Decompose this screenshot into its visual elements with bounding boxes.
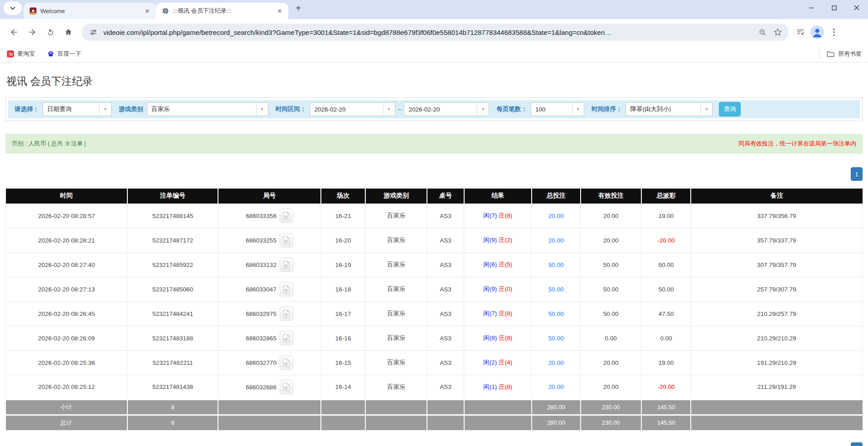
player-result: 闲(7) [483, 212, 497, 219]
cell-payout: -20.00 [641, 228, 691, 252]
column-header: 总投注 [532, 189, 581, 204]
bet-records-table: 时间注单编号局号场次游戏类别桌号结果总投注有效投注总派彩备注 2026-02-2… [5, 189, 863, 430]
cell-payout: 50.00 [641, 277, 691, 301]
cell-session: 16-14 [321, 375, 365, 399]
cell-total-bet: 50.00 [532, 301, 581, 326]
cell-remark: 210.29/210.29 [691, 326, 862, 350]
chevron-down-icon[interactable]: ▾ [700, 103, 712, 116]
bookmark-baidu[interactable]: 百度一下 [47, 50, 81, 58]
table-row: 2026-02-20 08:28:21 523217487172 6860332… [6, 228, 863, 252]
filter-selected-value: 2026-02-20 [404, 103, 477, 116]
filter-select[interactable]: 2026-02-20 ▾ [404, 102, 489, 116]
filter-select[interactable]: 百家乐 ▾ [147, 102, 268, 116]
filter-group: ~ 2026-02-20 ▾ [395, 102, 490, 116]
url-bar[interactable]: videoie.com/ipl/portal.php/game/betrecor… [82, 24, 789, 41]
video-replay-button[interactable] [280, 282, 293, 296]
video-replay-button[interactable] [280, 208, 293, 223]
reload-button[interactable] [43, 24, 58, 40]
cell-round-number: 686033255 [218, 228, 321, 252]
filter-select[interactable]: 2026-02-20 ▾ [310, 102, 395, 116]
home-button[interactable] [61, 24, 76, 40]
video-replay-button[interactable] [280, 233, 293, 247]
url-text[interactable]: videoie.com/ipl/portal.php/game/betrecor… [103, 29, 752, 36]
chevron-down-icon[interactable]: ▾ [256, 103, 268, 116]
cell-session: 16-20 [321, 228, 365, 252]
cell-table-number: AS3 [427, 252, 464, 277]
bookmark-star-icon[interactable] [772, 27, 783, 38]
tab-betrecord[interactable]: :::视讯 会员下注纪录::: ✕ [156, 3, 288, 19]
reload-icon [46, 28, 55, 37]
column-header: 总派彩 [641, 189, 691, 204]
cell-total-bet: 50.00 [532, 252, 581, 277]
cell-valid-bet: 50.00 [581, 301, 641, 326]
bookmarks-bar: 淘 爱淘宝 百度一下 所有书签 [0, 45, 868, 63]
total-bet-link[interactable]: 50.00 [548, 262, 564, 268]
cell-table-number: AS3 [427, 228, 464, 252]
bookmark-aitaobao[interactable]: 淘 爱淘宝 [6, 50, 35, 58]
chevron-down-icon[interactable]: ▾ [99, 103, 111, 116]
cell-time: 2026-02-20 08:27:13 [6, 277, 127, 301]
player-result: 闲(9) [483, 286, 497, 292]
site-settings-icon[interactable] [88, 27, 99, 38]
pagination-bottom-page-1[interactable]: 1 [851, 442, 863, 446]
search-button[interactable]: 查询 [719, 102, 741, 116]
video-replay-button[interactable] [280, 380, 293, 394]
footer-payout: 145.50 [641, 415, 691, 430]
total-bet-link[interactable]: 20.00 [548, 237, 564, 244]
cell-round-number: 686033047 [218, 277, 321, 301]
total-bet-link[interactable]: 50.00 [548, 310, 564, 317]
filter-select[interactable]: 日期查询 ▾ [43, 102, 112, 116]
filter-panel: 请选择： 日期查询 ▾ 游戏类别 百家乐 ▾ 时间区间： 2026-02-20 … [5, 97, 863, 121]
profile-avatar[interactable] [810, 25, 824, 39]
cell-payout: 19.00 [641, 204, 691, 228]
page-title: 视讯 会员下注纪录 [6, 74, 863, 88]
filter-selected-value: 2026-02-20 [310, 103, 383, 116]
back-button[interactable] [6, 24, 22, 40]
pagination-top: 1 [5, 167, 863, 181]
filter-selected-value: 百家乐 [147, 103, 256, 116]
media-controls-icon[interactable] [795, 27, 806, 38]
cell-round-number: 686032865 [218, 326, 321, 350]
baidu-paw-icon [47, 50, 54, 58]
banker-result: 庄(5) [499, 261, 512, 268]
column-header: 场次 [321, 189, 365, 204]
taobao-icon: 淘 [6, 50, 14, 58]
menu-kebab-icon[interactable] [829, 27, 839, 38]
cell-time: 2026-02-20 08:28:21 [6, 228, 127, 252]
total-bet-link[interactable]: 50.00 [548, 286, 564, 293]
pagination-page-1[interactable]: 1 [851, 167, 863, 181]
total-bet-link[interactable]: 50.00 [548, 335, 564, 342]
filter-select[interactable]: 降幂(由大到小) ▾ [626, 102, 713, 116]
total-bet-link[interactable]: 20.00 [548, 359, 564, 366]
close-window-button[interactable] [845, 0, 868, 15]
forward-button[interactable] [24, 24, 40, 40]
zoom-icon[interactable] [757, 27, 768, 38]
cell-game-type: 百家乐 [365, 326, 427, 350]
cell-game-type: 百家乐 [365, 228, 427, 252]
maximize-button[interactable] [823, 0, 845, 15]
video-replay-button[interactable] [280, 331, 293, 345]
chevron-down-icon[interactable]: ▾ [572, 103, 584, 116]
banker-result: 庄(8) [499, 310, 512, 317]
cell-result: 闲(8)庄(8) [464, 326, 532, 350]
tab-close-icon[interactable]: ✕ [276, 7, 284, 15]
cell-time: 2026-02-20 08:25:36 [6, 350, 127, 375]
banker-result: 庄(8) [499, 383, 512, 390]
new-tab-button[interactable]: + [292, 2, 305, 15]
cell-table-number: AS3 [427, 350, 464, 375]
chevron-down-icon[interactable]: ▾ [477, 103, 489, 116]
minimize-button[interactable] [800, 0, 823, 15]
tab-close-icon[interactable]: ✕ [143, 7, 151, 15]
video-replay-button[interactable] [280, 257, 293, 272]
chevron-down-icon[interactable]: ▾ [383, 103, 395, 116]
tab-welcome[interactable]: ♠ Welcome ✕ [24, 3, 156, 19]
svg-text:♠: ♠ [31, 9, 34, 13]
video-replay-button[interactable] [280, 306, 293, 321]
total-bet-link[interactable]: 20.00 [548, 213, 564, 219]
filter-select[interactable]: 100 ▾ [531, 102, 584, 116]
total-bet-link[interactable]: 20.00 [548, 383, 564, 390]
cell-valid-bet: 0.00 [581, 326, 641, 350]
all-bookmarks[interactable]: 所有书签 [819, 49, 862, 59]
video-replay-button[interactable] [280, 355, 293, 370]
tab-search-button[interactable] [4, 1, 22, 15]
